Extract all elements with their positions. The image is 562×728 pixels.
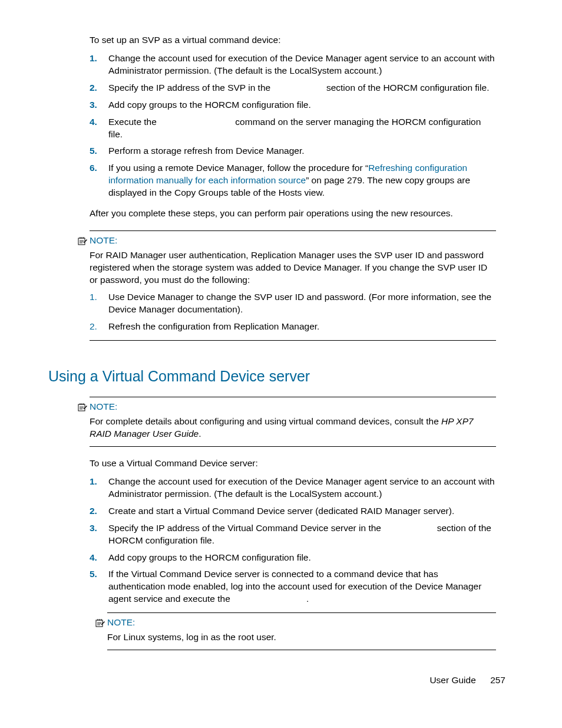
step-number: 2. <box>90 321 108 333</box>
svg-rect-0 <box>78 238 85 245</box>
step-number: 5. <box>90 145 108 157</box>
divider <box>107 650 496 650</box>
step-text: Add copy groups to the HORCM configurati… <box>108 99 496 111</box>
note-label: NOTE: <box>107 617 135 629</box>
step-text: Change the account used for execution of… <box>108 52 496 77</box>
step-number: 1. <box>90 52 108 65</box>
list-item: 2.Refresh the configuration from Replica… <box>90 321 496 333</box>
step-text: Specify the IP address of the SVP in the… <box>108 82 496 94</box>
step-text: If the Virtual Command Device server is … <box>108 568 496 605</box>
note-body: For complete details about configuring a… <box>90 416 496 440</box>
step-number: 2. <box>90 82 108 94</box>
note-header: NOTE: <box>95 617 496 629</box>
step-number: 3. <box>90 99 108 111</box>
list-item: 1.Change the account used for execution … <box>90 52 496 77</box>
divider <box>90 340 496 341</box>
note2-prefix: For complete details about configuring a… <box>90 416 441 426</box>
note-block-3: NOTE: For Linux systems, log in as the r… <box>107 612 496 650</box>
section-heading: Using a Virtual Command Device server <box>48 367 496 387</box>
step-number: 6. <box>90 162 108 174</box>
footer-label: User Guide <box>429 675 475 685</box>
page-number: 257 <box>490 675 505 685</box>
after-steps-text: After you complete these steps, you can … <box>90 207 496 220</box>
list-item: 6. If you using a remote Device Manager,… <box>90 162 496 199</box>
step-number: 5. <box>90 568 108 581</box>
svg-rect-1 <box>78 404 85 411</box>
steps-list-1: 1.Change the account used for execution … <box>90 52 496 199</box>
step-text: Change the account used for execution of… <box>108 476 496 500</box>
list-item: 2.Create and start a Virtual Command Dev… <box>90 505 496 518</box>
list-item: 4.Add copy groups to the HORCM configura… <box>90 552 496 564</box>
step-number: 1. <box>90 476 108 488</box>
step-text: Use Device Manager to change the SVP use… <box>108 291 496 316</box>
step-number: 2. <box>90 505 108 518</box>
steps-list-2: 1.Change the account used for execution … <box>90 476 496 605</box>
step-number: 1. <box>90 291 108 304</box>
page-footer: User Guide 257 <box>429 674 505 687</box>
list-item: 1.Change the account used for execution … <box>90 476 496 500</box>
note-header: NOTE: <box>78 401 496 413</box>
step-text: Create and start a Virtual Command Devic… <box>108 505 496 518</box>
note-label: NOTE: <box>90 235 117 247</box>
note-label: NOTE: <box>90 401 117 413</box>
note-header: NOTE: <box>78 235 496 247</box>
step-number: 4. <box>90 116 108 129</box>
step-text: Refresh the configuration from Replicati… <box>108 321 496 333</box>
note-icon <box>78 237 87 245</box>
intro-text-2: To use a Virtual Command Device server: <box>90 457 496 470</box>
list-item: 3.Add copy groups to the HORCM configura… <box>90 99 496 111</box>
divider <box>107 612 496 613</box>
step6-prefix: If you using a remote Device Manager, fo… <box>108 163 368 173</box>
step-number: 3. <box>90 522 108 535</box>
note2-suffix: . <box>199 429 201 439</box>
divider <box>90 446 496 447</box>
note-body: For Linux systems, log in as the root us… <box>107 631 496 644</box>
divider <box>90 230 496 231</box>
page-content: To set up an SVP as a virtual command de… <box>48 34 496 656</box>
list-item: 3.Specify the IP address of the Virtual … <box>90 522 496 547</box>
divider <box>90 397 496 397</box>
note-body: For RAID Manager user authentication, Re… <box>90 249 496 286</box>
note-block-2: NOTE: For complete details about configu… <box>90 397 496 447</box>
step-number: 4. <box>90 552 108 564</box>
list-item: 2.Specify the IP address of the SVP in t… <box>90 82 496 94</box>
step-text: Perform a storage refresh from Device Ma… <box>108 145 496 157</box>
step-text: Add copy groups to the HORCM configurati… <box>108 552 496 564</box>
step-text: Execute the command on the server managi… <box>108 116 496 141</box>
list-item: 4.Execute the command on the server mana… <box>90 116 496 141</box>
list-item: 1.Use Device Manager to change the SVP u… <box>90 291 496 316</box>
intro-text-1: To set up an SVP as a virtual command de… <box>90 34 496 47</box>
step-text: Specify the IP address of the Virtual Co… <box>108 522 496 547</box>
note-block-1: NOTE: For RAID Manager user authenticati… <box>90 230 496 340</box>
list-item: 5.If the Virtual Command Device server i… <box>90 568 496 605</box>
note-icon <box>95 619 105 627</box>
svg-rect-2 <box>96 620 103 627</box>
step-text: If you using a remote Device Manager, fo… <box>108 162 496 199</box>
list-item: 5.Perform a storage refresh from Device … <box>90 145 496 157</box>
note-icon <box>78 403 87 411</box>
note-steps-list: 1.Use Device Manager to change the SVP u… <box>90 291 496 333</box>
